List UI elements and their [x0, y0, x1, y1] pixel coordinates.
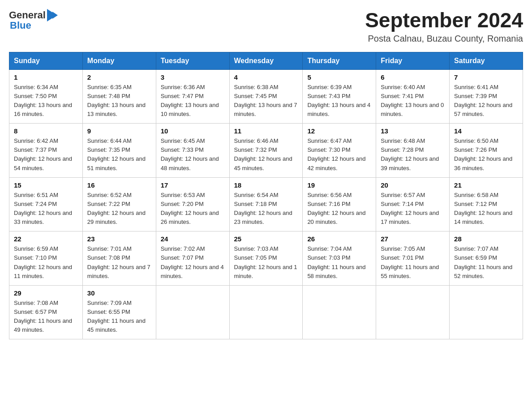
day-info: Sunrise: 7:02 AMSunset: 7:07 PMDaylight:…	[161, 244, 225, 281]
day-number: 4	[234, 73, 298, 81]
day-number: 24	[161, 235, 225, 243]
svg-marker-1	[52, 12, 58, 19]
day-number: 18	[234, 181, 298, 189]
day-number: 13	[381, 127, 445, 135]
day-number: 12	[307, 127, 371, 135]
calendar-day-cell: 21 Sunrise: 6:58 AMSunset: 7:12 PMDaylig…	[450, 177, 523, 231]
calendar-day-cell: 9 Sunrise: 6:44 AMSunset: 7:35 PMDayligh…	[82, 124, 156, 178]
day-info: Sunrise: 7:09 AMSunset: 6:55 PMDaylight:…	[87, 299, 151, 335]
calendar-day-cell: 4 Sunrise: 6:38 AMSunset: 7:45 PMDayligh…	[229, 69, 303, 124]
day-info: Sunrise: 7:07 AMSunset: 6:59 PMDaylight:…	[454, 244, 518, 281]
day-number: 2	[87, 73, 151, 81]
calendar-day-cell: 28 Sunrise: 7:07 AMSunset: 6:59 PMDaylig…	[450, 231, 523, 286]
day-info: Sunrise: 6:48 AMSunset: 7:28 PMDaylight:…	[381, 137, 445, 173]
calendar-day-cell: 8 Sunrise: 6:42 AMSunset: 7:37 PMDayligh…	[9, 124, 83, 178]
day-number: 14	[454, 127, 518, 135]
calendar-week-row: 1 Sunrise: 6:34 AMSunset: 7:50 PMDayligh…	[9, 69, 523, 124]
calendar-day-cell: 3 Sunrise: 6:36 AMSunset: 7:47 PMDayligh…	[156, 69, 229, 124]
day-number: 28	[454, 235, 518, 243]
day-number: 26	[307, 235, 371, 243]
day-info: Sunrise: 6:59 AMSunset: 7:10 PMDaylight:…	[14, 244, 78, 281]
day-info: Sunrise: 6:50 AMSunset: 7:26 PMDaylight:…	[454, 137, 518, 173]
day-info: Sunrise: 6:35 AMSunset: 7:48 PMDaylight:…	[87, 83, 151, 119]
calendar-header-row: Sunday Monday Tuesday Wednesday Thursday…	[9, 52, 523, 69]
day-info: Sunrise: 6:44 AMSunset: 7:35 PMDaylight:…	[87, 137, 151, 173]
calendar-day-cell: 5 Sunrise: 6:39 AMSunset: 7:43 PMDayligh…	[303, 69, 376, 124]
col-monday: Monday	[82, 52, 156, 69]
calendar-day-cell: 2 Sunrise: 6:35 AMSunset: 7:48 PMDayligh…	[82, 69, 156, 124]
day-info: Sunrise: 6:40 AMSunset: 7:41 PMDaylight:…	[381, 83, 445, 119]
day-info: Sunrise: 6:58 AMSunset: 7:12 PMDaylight:…	[454, 191, 518, 227]
day-number: 10	[161, 127, 225, 135]
calendar-day-cell: 30 Sunrise: 7:09 AMSunset: 6:55 PMDaylig…	[82, 285, 156, 339]
calendar-day-cell: 1 Sunrise: 6:34 AMSunset: 7:50 PMDayligh…	[9, 69, 83, 124]
logo-blue-text: Blue	[10, 20, 31, 31]
calendar-day-cell: 7 Sunrise: 6:41 AMSunset: 7:39 PMDayligh…	[450, 69, 523, 124]
calendar-week-row: 8 Sunrise: 6:42 AMSunset: 7:37 PMDayligh…	[9, 124, 523, 178]
logo-icon	[47, 9, 59, 21]
calendar-day-cell	[303, 285, 376, 339]
day-info: Sunrise: 6:51 AMSunset: 7:24 PMDaylight:…	[14, 191, 78, 227]
day-number: 16	[87, 181, 151, 189]
day-number: 29	[14, 289, 78, 297]
day-number: 1	[14, 73, 78, 81]
calendar-day-cell: 23 Sunrise: 7:01 AMSunset: 7:08 PMDaylig…	[82, 231, 156, 286]
calendar-day-cell: 16 Sunrise: 6:52 AMSunset: 7:22 PMDaylig…	[82, 177, 156, 231]
day-number: 19	[307, 181, 371, 189]
calendar-title: September 2024	[365, 9, 523, 32]
day-info: Sunrise: 6:41 AMSunset: 7:39 PMDaylight:…	[454, 83, 518, 119]
col-sunday: Sunday	[9, 52, 83, 69]
calendar-day-cell: 6 Sunrise: 6:40 AMSunset: 7:41 PMDayligh…	[376, 69, 450, 124]
title-block: September 2024 Posta Calnau, Buzau Count…	[365, 9, 523, 44]
day-info: Sunrise: 6:54 AMSunset: 7:18 PMDaylight:…	[234, 191, 298, 227]
calendar-day-cell: 29 Sunrise: 7:08 AMSunset: 6:57 PMDaylig…	[9, 285, 83, 339]
calendar-day-cell: 26 Sunrise: 7:04 AMSunset: 7:03 PMDaylig…	[303, 231, 376, 286]
day-number: 30	[87, 289, 151, 297]
calendar-week-row: 15 Sunrise: 6:51 AMSunset: 7:24 PMDaylig…	[9, 177, 523, 231]
day-number: 22	[14, 235, 78, 243]
logo: General Blue	[9, 9, 59, 31]
day-number: 20	[381, 181, 445, 189]
day-info: Sunrise: 6:56 AMSunset: 7:16 PMDaylight:…	[307, 191, 371, 227]
day-info: Sunrise: 7:01 AMSunset: 7:08 PMDaylight:…	[87, 244, 151, 281]
day-number: 7	[454, 73, 518, 81]
day-number: 15	[14, 181, 78, 189]
day-info: Sunrise: 6:38 AMSunset: 7:45 PMDaylight:…	[234, 83, 298, 119]
col-wednesday: Wednesday	[229, 52, 303, 69]
calendar-day-cell	[376, 285, 450, 339]
day-number: 5	[307, 73, 371, 81]
col-friday: Friday	[376, 52, 450, 69]
calendar-week-row: 22 Sunrise: 6:59 AMSunset: 7:10 PMDaylig…	[9, 231, 523, 286]
day-info: Sunrise: 6:34 AMSunset: 7:50 PMDaylight:…	[14, 83, 78, 119]
calendar-day-cell: 24 Sunrise: 7:02 AMSunset: 7:07 PMDaylig…	[156, 231, 229, 286]
calendar-table: Sunday Monday Tuesday Wednesday Thursday…	[9, 52, 523, 340]
calendar-day-cell: 18 Sunrise: 6:54 AMSunset: 7:18 PMDaylig…	[229, 177, 303, 231]
day-number: 6	[381, 73, 445, 81]
calendar-day-cell: 14 Sunrise: 6:50 AMSunset: 7:26 PMDaylig…	[450, 124, 523, 178]
calendar-day-cell: 17 Sunrise: 6:53 AMSunset: 7:20 PMDaylig…	[156, 177, 229, 231]
day-number: 25	[234, 235, 298, 243]
calendar-day-cell: 10 Sunrise: 6:45 AMSunset: 7:33 PMDaylig…	[156, 124, 229, 178]
calendar-day-cell	[229, 285, 303, 339]
calendar-day-cell	[156, 285, 229, 339]
day-number: 23	[87, 235, 151, 243]
day-info: Sunrise: 7:04 AMSunset: 7:03 PMDaylight:…	[307, 244, 371, 281]
day-info: Sunrise: 7:08 AMSunset: 6:57 PMDaylight:…	[14, 299, 78, 335]
calendar-day-cell: 27 Sunrise: 7:05 AMSunset: 7:01 PMDaylig…	[376, 231, 450, 286]
day-number: 17	[161, 181, 225, 189]
day-number: 11	[234, 127, 298, 135]
calendar-day-cell: 11 Sunrise: 6:46 AMSunset: 7:32 PMDaylig…	[229, 124, 303, 178]
calendar-day-cell: 13 Sunrise: 6:48 AMSunset: 7:28 PMDaylig…	[376, 124, 450, 178]
calendar-day-cell: 15 Sunrise: 6:51 AMSunset: 7:24 PMDaylig…	[9, 177, 83, 231]
day-info: Sunrise: 7:03 AMSunset: 7:05 PMDaylight:…	[234, 244, 298, 281]
col-tuesday: Tuesday	[156, 52, 229, 69]
day-number: 8	[14, 127, 78, 135]
calendar-subtitle: Posta Calnau, Buzau County, Romania	[365, 34, 523, 44]
calendar-day-cell	[450, 285, 523, 339]
col-saturday: Saturday	[450, 52, 523, 69]
day-info: Sunrise: 6:47 AMSunset: 7:30 PMDaylight:…	[307, 137, 371, 173]
day-number: 21	[454, 181, 518, 189]
day-info: Sunrise: 6:46 AMSunset: 7:32 PMDaylight:…	[234, 137, 298, 173]
col-thursday: Thursday	[303, 52, 376, 69]
day-info: Sunrise: 6:57 AMSunset: 7:14 PMDaylight:…	[381, 191, 445, 227]
